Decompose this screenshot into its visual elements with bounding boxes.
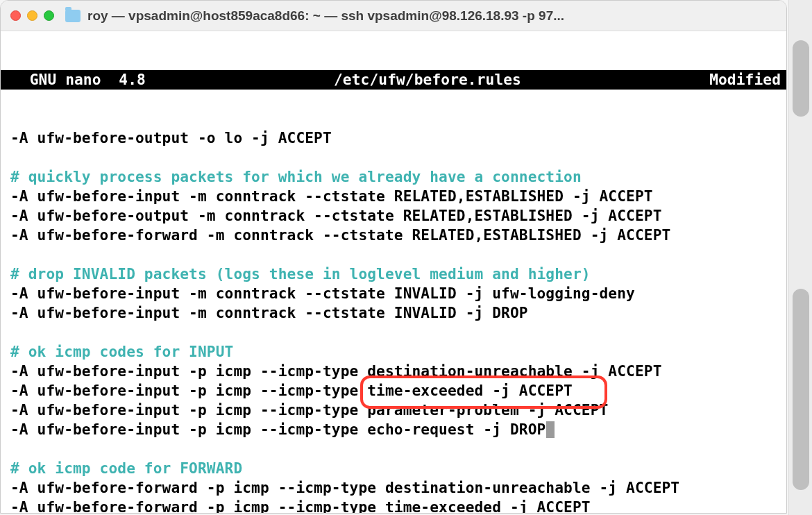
scrollbar-thumb[interactable] bbox=[793, 40, 809, 117]
editor-line: -A ufw-before-input -p icmp --icmp-type … bbox=[10, 420, 786, 439]
nano-modified: Modified bbox=[709, 70, 781, 90]
nano-status-bar: GNU nano 4.8 /etc/ufw/before.rules Modif… bbox=[1, 70, 786, 90]
scrollbar-thumb[interactable] bbox=[793, 289, 809, 490]
editor-line bbox=[10, 245, 786, 264]
editor-line: -A ufw-before-output -o lo -j ACCEPT bbox=[10, 128, 786, 148]
editor-content[interactable]: -A ufw-before-output -o lo -j ACCEPT# qu… bbox=[1, 128, 786, 514]
editor-line: # drop INVALID packets (logs these in lo… bbox=[10, 264, 786, 284]
folder-icon bbox=[65, 10, 81, 22]
editor-line: -A ufw-before-output -m conntrack --ctst… bbox=[10, 206, 786, 226]
editor-line: -A ufw-before-input -m conntrack --ctsta… bbox=[10, 187, 786, 206]
window-titlebar: roy — vpsadmin@host859aca8d66: ~ — ssh v… bbox=[1, 1, 786, 31]
editor-line: -A ufw-before-input -p icmp --icmp-type … bbox=[10, 362, 786, 381]
editor-line bbox=[10, 323, 786, 342]
editor-line: -A ufw-before-forward -m conntrack --cts… bbox=[10, 226, 786, 245]
text-cursor bbox=[546, 421, 555, 438]
maximize-icon[interactable] bbox=[44, 10, 54, 21]
traffic-lights bbox=[10, 10, 54, 21]
editor-line: -A ufw-before-input -p icmp --icmp-type … bbox=[10, 381, 786, 400]
nano-filename: /etc/ufw/before.rules bbox=[146, 70, 709, 90]
editor-line: -A ufw-before-input -m conntrack --ctsta… bbox=[10, 284, 786, 303]
terminal-area[interactable]: GNU nano 4.8 /etc/ufw/before.rules Modif… bbox=[1, 31, 786, 514]
window-title: roy — vpsadmin@host859aca8d66: ~ — ssh v… bbox=[87, 8, 777, 24]
editor-line bbox=[10, 439, 786, 459]
editor-line: # quickly process packets for which we a… bbox=[10, 167, 786, 187]
scrollbar-track[interactable] bbox=[788, 0, 812, 515]
close-icon[interactable] bbox=[10, 10, 21, 21]
editor-line: -A ufw-before-input -m conntrack --ctsta… bbox=[10, 303, 786, 323]
editor-line: -A ufw-before-forward -p icmp --icmp-typ… bbox=[10, 478, 786, 498]
editor-line: # ok icmp codes for INPUT bbox=[10, 342, 786, 362]
editor-line: -A ufw-before-input -p icmp --icmp-type … bbox=[10, 400, 786, 420]
editor-line bbox=[10, 148, 786, 167]
minimize-icon[interactable] bbox=[27, 10, 37, 21]
terminal-window: roy — vpsadmin@host859aca8d66: ~ — ssh v… bbox=[0, 0, 787, 514]
editor-line: # ok icmp code for FORWARD bbox=[10, 459, 786, 478]
nano-program: GNU nano 4.8 bbox=[12, 70, 146, 90]
editor-line: -A ufw-before-forward -p icmp --icmp-typ… bbox=[10, 498, 786, 514]
